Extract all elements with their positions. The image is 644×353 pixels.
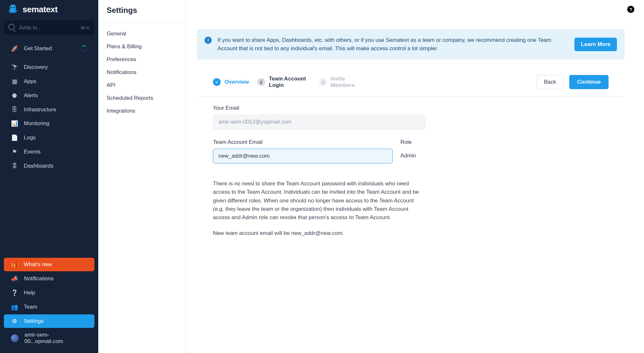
team-icon: 👥 [11, 303, 18, 311]
jump-placeholder: Jump to... [19, 25, 41, 31]
primary-sidebar: sematext Jump to... ⌘+K 🚀 Get Started 🔭 … [0, 0, 98, 353]
octopus-icon [6, 4, 19, 15]
jump-to-search[interactable]: Jump to... ⌘+K [4, 21, 94, 35]
nav-settings[interactable]: ⚙ Settings [4, 314, 94, 328]
avatar-icon [11, 334, 19, 342]
settings-preferences[interactable]: Preferences [98, 53, 186, 66]
nav-logs[interactable]: 📄 Logs [4, 131, 94, 144]
nav-team[interactable]: 👥 Team [4, 300, 94, 314]
nav-get-started[interactable]: 🚀 Get Started [4, 42, 94, 55]
brand-logo[interactable]: sematext [0, 0, 98, 18]
settings-notifications[interactable]: Notifications [98, 66, 186, 79]
settings-scheduled-reports[interactable]: Scheduled Reports [98, 92, 186, 105]
team-email-label: Team Account Email [213, 139, 393, 145]
nav-alerts[interactable]: ⬣ Alerts [4, 89, 94, 102]
role-value: Admin [400, 149, 416, 159]
loading-icon [81, 45, 87, 52]
desc-paragraph-1: There is no need to share the Team Accou… [213, 180, 426, 222]
info-icon: i [205, 37, 212, 44]
gauge-icon: 🎛 [11, 163, 18, 169]
step-2-badge: 2 [257, 78, 265, 86]
step-overview[interactable]: ✓ Overview [213, 78, 249, 86]
chart-icon: 📊 [11, 120, 18, 127]
page-title: Settings [98, 0, 186, 22]
jump-shortcut: ⌘+K [81, 25, 90, 30]
nav-help[interactable]: ❔ Help [4, 286, 94, 300]
learn-more-button[interactable]: Learn More [574, 38, 617, 51]
settings-integrations[interactable]: Integrations [98, 105, 186, 117]
nav-user[interactable]: amir-sem-00...opmail.com [4, 329, 94, 348]
megaphone-icon: 📣 [11, 275, 18, 282]
grid-icon: ▦ [11, 78, 18, 85]
svg-point-1 [14, 7, 15, 8]
nav-whats-new[interactable]: 🎁 What's new [4, 258, 94, 271]
rocket-icon: 🚀 [11, 45, 18, 52]
check-icon: ✓ [213, 78, 221, 86]
description: There is no need to share the Team Accou… [213, 180, 426, 237]
nav-monitoring[interactable]: 📊 Monitoring [4, 117, 94, 130]
stepper: ✓ Overview 2 Team Account Login 3 Invite… [197, 65, 625, 97]
settings-sidebar: Settings General Plans & Billing Prefere… [98, 0, 186, 353]
role-label: Role [400, 139, 416, 145]
team-email-field[interactable] [213, 149, 393, 163]
svg-point-0 [11, 7, 12, 8]
nav-events[interactable]: ⚑ Events [4, 145, 94, 159]
desc-paragraph-2: New team account email will be new_addr@… [213, 229, 426, 237]
your-email-field [213, 115, 426, 129]
nav-discovery[interactable]: 🔭 Discovery [4, 60, 94, 74]
back-button[interactable]: Back [537, 75, 564, 89]
step-team-account-login[interactable]: 2 Team Account Login [257, 76, 311, 89]
info-text: If you want to share Apps, Dashboards, e… [217, 36, 569, 52]
nav-infrastructure[interactable]: 🗄 Infrastructure [4, 103, 94, 116]
main-content: ? i If you want to share Apps, Dashboard… [186, 0, 644, 353]
info-banner: i If you want to share Apps, Dashboards,… [197, 29, 625, 60]
settings-api[interactable]: API [98, 79, 186, 92]
document-icon: 📄 [11, 134, 18, 141]
settings-general[interactable]: General [98, 27, 186, 40]
nav-dashboards[interactable]: 🎛 Dashboards [4, 159, 94, 172]
flag-icon: ⚑ [11, 148, 18, 155]
nav-notifications[interactable]: 📣 Notifications [4, 272, 94, 285]
binoculars-icon: 🔭 [11, 64, 18, 71]
step-invite-members: 3 Invite Members [319, 76, 360, 89]
brand-name: sematext [23, 5, 58, 14]
your-email-label: Your Email [213, 105, 609, 111]
nav-apps[interactable]: ▦ Apps [4, 75, 94, 88]
gift-icon: 🎁 [11, 261, 18, 268]
step-3-badge: 3 [319, 78, 327, 86]
gear-icon: ⚙ [11, 318, 18, 325]
search-icon [8, 24, 15, 32]
continue-button[interactable]: Continue [569, 75, 609, 89]
help-icon: ❔ [11, 289, 18, 296]
settings-plans-billing[interactable]: Plans & Billing [98, 40, 186, 53]
server-icon: 🗄 [11, 106, 18, 113]
help-button[interactable]: ? [627, 6, 634, 13]
alert-icon: ⬣ [11, 92, 18, 99]
